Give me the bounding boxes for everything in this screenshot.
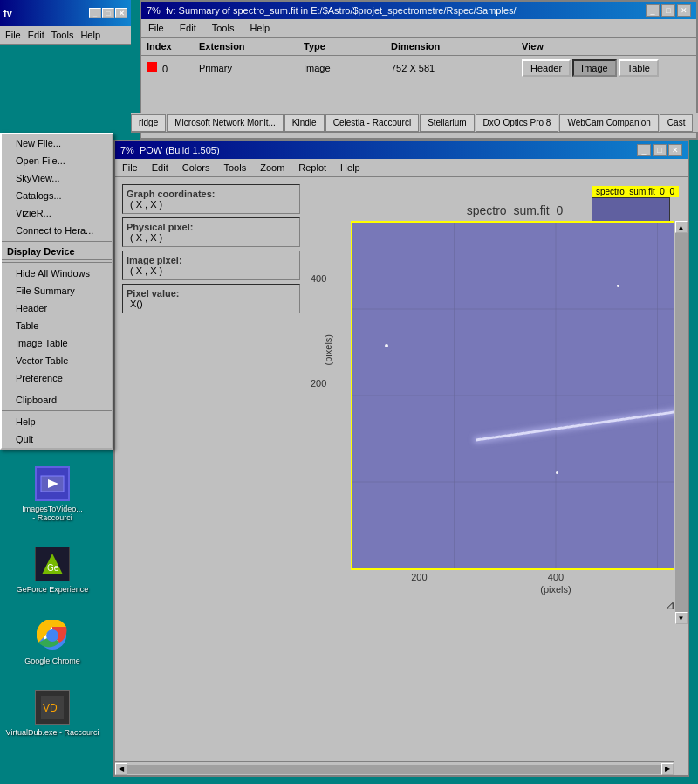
menu-item-connect-hera[interactable]: Connect to Hera... <box>2 222 112 239</box>
svg-text:Ge: Ge <box>47 563 59 573</box>
pixel-value-panel: Pixel value: X() <box>122 284 300 313</box>
menu-item-image-table[interactable]: Image Table <box>2 334 112 352</box>
fv-win-menu-file[interactable]: File <box>145 21 168 35</box>
separator-1 <box>2 241 112 242</box>
menu-item-vector-table[interactable]: Vector Table <box>2 352 112 369</box>
col-type: Type <box>302 39 389 53</box>
scroll-left-btn[interactable]: ◀ <box>115 763 127 775</box>
desktop-icon-imagesvideo[interactable]: ImagesToVideo...- Raccourci <box>0 463 105 526</box>
row-dimension: 752 X 581 <box>389 61 520 75</box>
desktop-icon-chrome[interactable]: Google Chrome <box>0 615 105 669</box>
menu-item-help[interactable]: Help <box>2 413 112 430</box>
physical-pixel-panel: Physical pixel: ( X , X ) <box>122 217 300 247</box>
minimize-button[interactable]: _ <box>89 8 101 18</box>
pow-minimize-btn[interactable]: _ <box>637 144 651 156</box>
pow-maximize-btn[interactable]: □ <box>653 144 667 156</box>
desktop-icon-geforce[interactable]: Ge GeForce Experience <box>0 543 105 597</box>
fv-close-btn[interactable]: ✕ <box>677 4 691 17</box>
horizontal-scrollbar: ◀ ▶ <box>115 761 674 775</box>
menu-item-quit[interactable]: Quit <box>2 430 112 448</box>
menu-item-new-file[interactable]: New File... <box>2 134 112 152</box>
plot-grid-svg <box>352 223 688 568</box>
fv-app-menu: File Edit Tools Help <box>0 26 131 45</box>
file-dropdown-menu: New File... Open File... SkyView... Cata… <box>0 133 113 450</box>
browser-tab-0[interactable]: ridge <box>131 114 166 132</box>
browser-tab-3[interactable]: Celestia - Raccourci <box>325 114 419 132</box>
pow-menu-file[interactable]: File <box>119 161 141 175</box>
star-dot-1 <box>385 344 388 347</box>
browser-tab-6[interactable]: WebCam Companion <box>559 114 658 132</box>
table-button[interactable]: Table <box>619 59 659 77</box>
virtualdub-icon: VD <box>35 690 70 725</box>
image-pixel-label: Image pixel: <box>127 255 296 265</box>
plot-title: spectro_sum.fit_0 <box>351 203 679 217</box>
menu-item-hide-all[interactable]: Hide All Windows <box>2 265 112 282</box>
graph-coords-panel: Graph coordinates: ( X , X ) <box>122 184 300 214</box>
menu-item-skyview[interactable]: SkyView... <box>2 169 112 187</box>
browser-tab-7[interactable]: Cast <box>660 114 694 132</box>
x-tick-labels: 200 400 600 <box>351 572 688 582</box>
fv-minimize-btn[interactable]: _ <box>646 4 660 17</box>
browser-tab-4[interactable]: Stellarium <box>420 114 474 132</box>
browser-tab-5[interactable]: DxO Optics Pro 8 <box>476 114 559 132</box>
pow-menu-tools[interactable]: Tools <box>221 161 250 175</box>
fv-menu-file[interactable]: File <box>2 28 24 42</box>
menu-item-header[interactable]: Header <box>2 299 112 317</box>
scroll-track-h[interactable] <box>127 765 661 774</box>
svg-point-6 <box>46 629 58 642</box>
pow-titlebar: 7% POW (Build 1.505) _ □ ✕ <box>115 141 688 159</box>
pow-menu-zoom[interactable]: Zoom <box>257 161 288 175</box>
red-square-icon <box>147 62 157 72</box>
fv-win-menu-help[interactable]: Help <box>246 21 273 35</box>
desktop-icon-virtualdub[interactable]: VD VirtualDub.exe - Raccourci <box>0 686 105 740</box>
fv-maximize-btn[interactable]: □ <box>661 4 675 17</box>
pixel-value-label: Pixel value: <box>127 288 296 299</box>
y-tick-200: 200 <box>311 378 326 389</box>
pow-menu-edit[interactable]: Edit <box>148 161 172 175</box>
menu-item-vizier[interactable]: VizieR... <box>2 204 112 222</box>
pow-menu-help[interactable]: Help <box>337 161 364 175</box>
scroll-track-v[interactable] <box>675 233 688 612</box>
desktop-icons-area: ImagesToVideo...- Raccourci Ge GeForce E… <box>0 463 105 758</box>
header-button[interactable]: Header <box>522 59 571 77</box>
y-axis-label: (pixels) <box>323 334 333 365</box>
geforce-icon: Ge <box>35 547 70 581</box>
y-tick-400: 400 <box>311 273 326 284</box>
close-button[interactable]: ✕ <box>115 8 127 18</box>
image-button[interactable]: Image <box>572 59 617 77</box>
menu-item-file-summary[interactable]: File Summary <box>2 282 112 299</box>
fv-window-title: fv: Summary of spectro_sum.fit in E:/$As… <box>166 5 517 16</box>
fv-app-controls: _ □ ✕ <box>89 8 127 18</box>
browser-tab-1[interactable]: Microsoft Network Monit... <box>167 114 284 132</box>
fv-menu-tools[interactable]: Tools <box>48 28 78 42</box>
pow-menu-replot[interactable]: Replot <box>295 161 330 175</box>
menu-item-table[interactable]: Table <box>2 317 112 334</box>
pow-close-btn[interactable]: ✕ <box>668 144 682 156</box>
separator-3 <box>2 389 112 389</box>
scroll-up-btn[interactable]: ▲ <box>675 221 688 233</box>
physical-pixel-value: ( X , X ) <box>127 232 296 243</box>
fv-menu-edit[interactable]: Edit <box>24 28 48 42</box>
chrome-icon <box>35 618 70 653</box>
browser-tab-2[interactable]: Kindle <box>284 114 325 132</box>
fv-menu-help[interactable]: Help <box>77 28 104 42</box>
menu-item-open-file[interactable]: Open File... <box>2 152 112 169</box>
menu-item-clipboard[interactable]: Clipboard <box>2 391 112 409</box>
vertical-scrollbar: ▲ ▼ <box>674 221 688 624</box>
pow-plot-section: spectro_sum.fit_0_0 spectro_sum.fit_0 (p… <box>307 177 688 638</box>
fv-win-menu-tools[interactable]: Tools <box>209 21 238 35</box>
x-axis-label: (pixels) <box>351 584 688 595</box>
chrome-label: Google Chrome <box>24 657 80 665</box>
pow-icon: 7% <box>120 145 134 155</box>
scroll-down-btn[interactable]: ▼ <box>675 612 688 624</box>
scroll-right-btn[interactable]: ▶ <box>661 763 674 775</box>
fv-win-menu-edit[interactable]: Edit <box>176 21 200 35</box>
menu-item-catalogs[interactable]: Catalogs... <box>2 187 112 204</box>
maximize-button[interactable]: □ <box>102 8 114 18</box>
physical-pixel-label: Physical pixel: <box>127 222 296 232</box>
pow-menu-colors[interactable]: Colors <box>179 161 214 175</box>
menu-item-display-device[interactable]: Display Device <box>2 244 112 260</box>
imagesvideo-icon <box>35 466 70 501</box>
row-index: 0 <box>145 60 197 76</box>
menu-item-preference[interactable]: Preference <box>2 369 112 387</box>
